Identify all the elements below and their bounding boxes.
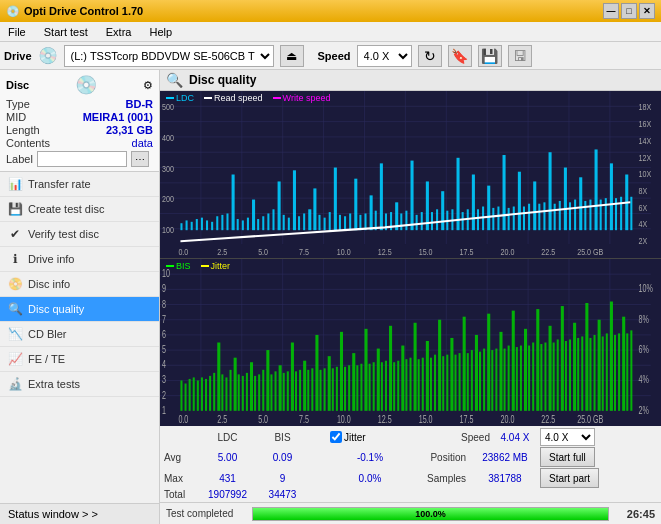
- svg-text:2%: 2%: [639, 404, 649, 416]
- speed-select-stats[interactable]: 4.0 X: [540, 428, 595, 446]
- svg-text:500: 500: [162, 101, 174, 112]
- status-window-button[interactable]: Status window > >: [0, 503, 159, 524]
- svg-rect-57: [293, 170, 296, 230]
- label-input[interactable]: [37, 151, 127, 167]
- menu-start-test[interactable]: Start test: [40, 24, 92, 40]
- bis-legend-label: BIS: [176, 261, 191, 271]
- start-full-button[interactable]: Start full: [540, 447, 595, 467]
- svg-rect-251: [508, 346, 510, 411]
- ldc-chart: LDC Read speed Write speed: [160, 91, 661, 259]
- svg-rect-93: [477, 209, 479, 230]
- svg-rect-265: [565, 341, 567, 411]
- menu-file[interactable]: File: [4, 24, 30, 40]
- svg-text:3: 3: [162, 374, 166, 386]
- svg-rect-197: [287, 371, 289, 410]
- nav-extra-tests-label: Extra tests: [28, 378, 80, 390]
- speed-select[interactable]: 4.0 X: [357, 45, 412, 67]
- nav-disc-quality[interactable]: 🔍 Disc quality: [0, 297, 159, 322]
- svg-rect-231: [426, 341, 429, 411]
- svg-rect-193: [270, 374, 272, 410]
- nav-transfer-rate[interactable]: 📊 Transfer rate: [0, 172, 159, 197]
- jitter-check-label: Jitter: [330, 431, 410, 443]
- svg-text:5.0: 5.0: [258, 246, 268, 257]
- ldc-legend-item: LDC: [166, 93, 194, 103]
- svg-rect-121: [620, 197, 622, 230]
- svg-rect-179: [213, 373, 215, 411]
- svg-rect-101: [518, 172, 521, 230]
- svg-rect-51: [262, 216, 264, 230]
- nav-drive-info[interactable]: ℹ Drive info: [0, 247, 159, 272]
- disc-settings-icon[interactable]: ⚙: [143, 79, 153, 92]
- svg-rect-211: [344, 367, 346, 411]
- svg-rect-62: [318, 215, 320, 230]
- read-speed-legend-item: Read speed: [204, 93, 263, 103]
- svg-rect-247: [491, 350, 493, 411]
- jitter-legend-label: Jitter: [211, 261, 231, 271]
- svg-rect-224: [397, 361, 399, 411]
- minimize-button[interactable]: —: [603, 3, 619, 19]
- transfer-rate-icon: 📊: [8, 177, 22, 191]
- start-part-button[interactable]: Start part: [540, 468, 599, 488]
- svg-rect-41: [211, 222, 213, 230]
- svg-rect-181: [221, 374, 223, 410]
- menu-help[interactable]: Help: [145, 24, 176, 40]
- maximize-button[interactable]: □: [621, 3, 637, 19]
- svg-rect-108: [554, 204, 556, 230]
- close-button[interactable]: ✕: [639, 3, 655, 19]
- svg-rect-188: [250, 362, 253, 411]
- svg-rect-229: [418, 359, 420, 411]
- svg-text:5.0: 5.0: [258, 414, 268, 426]
- status-text: Test completed: [166, 508, 246, 519]
- sidebar: Disc 💿 ⚙ Type BD-R MID MEIRA1 (001) Leng…: [0, 70, 160, 524]
- bis-legend-item: BIS: [166, 261, 191, 271]
- nav-fe-te[interactable]: 📈 FE / TE: [0, 347, 159, 372]
- svg-rect-220: [381, 362, 383, 411]
- bookmark-button[interactable]: 🔖: [448, 45, 472, 67]
- svg-rect-194: [275, 371, 277, 410]
- svg-text:7: 7: [162, 313, 166, 325]
- progress-text: 100.0%: [253, 508, 608, 520]
- speed-col-value: 4.04 X: [490, 432, 540, 443]
- nav-disc-info[interactable]: 📀 Disc info: [0, 272, 159, 297]
- label-browse-button[interactable]: ⋯: [131, 151, 149, 167]
- nav-cd-bler[interactable]: 📉 CD Bler: [0, 322, 159, 347]
- nav-verify-test-disc[interactable]: ✔ Verify test disc: [0, 222, 159, 247]
- nav-transfer-rate-label: Transfer rate: [28, 178, 91, 190]
- svg-rect-254: [520, 346, 522, 411]
- svg-rect-102: [523, 207, 525, 231]
- jitter-checkbox[interactable]: [330, 431, 342, 443]
- svg-rect-61: [313, 188, 316, 230]
- refresh-button[interactable]: ↻: [418, 45, 442, 67]
- svg-text:10.0: 10.0: [337, 414, 351, 426]
- eject-button[interactable]: ⏏: [280, 45, 304, 67]
- svg-rect-56: [288, 218, 290, 231]
- svg-rect-39: [201, 218, 203, 231]
- floppy-button[interactable]: 💾: [478, 45, 502, 67]
- save-button[interactable]: 🖫: [508, 45, 532, 67]
- app-title: Opti Drive Control 1.70: [24, 5, 143, 17]
- svg-text:7.5: 7.5: [299, 414, 309, 426]
- svg-rect-86: [441, 191, 444, 230]
- jitter-legend-dot: [201, 265, 209, 267]
- svg-rect-216: [364, 329, 367, 411]
- disc-quality-header: 🔍 Disc quality: [160, 70, 661, 91]
- svg-rect-275: [606, 333, 608, 410]
- svg-text:0.0: 0.0: [178, 246, 188, 257]
- svg-rect-54: [278, 181, 281, 230]
- ldc-col-header: LDC: [200, 432, 255, 443]
- svg-rect-258: [536, 309, 539, 411]
- svg-rect-281: [630, 330, 632, 410]
- svg-text:100: 100: [162, 224, 174, 235]
- nav-fe-te-label: FE / TE: [28, 353, 65, 365]
- svg-rect-228: [414, 323, 417, 411]
- nav-extra-tests[interactable]: 🔬 Extra tests: [0, 372, 159, 397]
- svg-rect-92: [472, 175, 475, 231]
- svg-rect-46: [237, 219, 239, 230]
- drive-select[interactable]: (L:) TSSTcorp BDDVDW SE-506CB TS02: [64, 45, 274, 67]
- svg-rect-257: [532, 343, 534, 411]
- svg-text:0.0: 0.0: [178, 414, 188, 426]
- menu-extra[interactable]: Extra: [102, 24, 136, 40]
- bis-col-header: BIS: [255, 432, 310, 443]
- drivebar: Drive 💿 (L:) TSSTcorp BDDVDW SE-506CB TS…: [0, 42, 661, 70]
- nav-create-test-disc[interactable]: 💾 Create test disc: [0, 197, 159, 222]
